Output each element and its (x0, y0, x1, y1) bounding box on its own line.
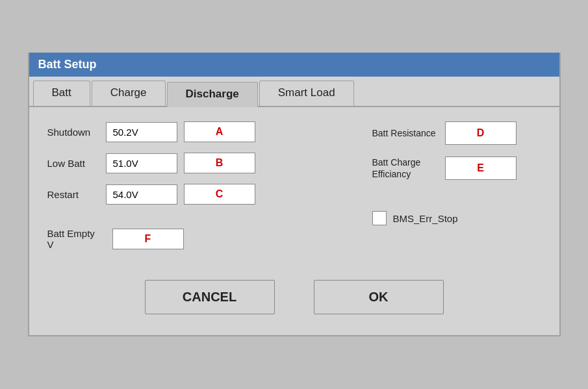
bms-err-stop-label: BMS_Err_Stop (393, 213, 458, 224)
batt-charge-eff-button[interactable]: E (445, 157, 517, 180)
shutdown-value: 50.2V (106, 122, 177, 142)
shutdown-row: Shutdown 50.2V A (47, 121, 333, 142)
batt-empty-label: Batt Empty V (47, 228, 99, 250)
tab-discharge[interactable]: Discharge (167, 82, 258, 107)
batt-resistance-label: Batt Resistance (372, 127, 437, 139)
lowbatt-button[interactable]: B (184, 153, 255, 173)
batt-charge-eff-row: Batt Charge Efficiancy E (372, 157, 541, 180)
batt-charge-eff-label: Batt Charge Efficiancy (372, 157, 437, 180)
ok-button[interactable]: OK (314, 280, 444, 314)
tab-batt[interactable]: Batt (33, 81, 90, 106)
lowbatt-row: Low Batt 51.0V B (47, 153, 333, 173)
batt-empty-row: Batt Empty V F (47, 228, 333, 250)
batt-resistance-row: Batt Resistance D (372, 121, 541, 145)
shutdown-button[interactable]: A (184, 121, 255, 142)
dialog-content: Shutdown 50.2V A Low Batt 51.0V B Restar… (29, 107, 559, 335)
lowbatt-value: 51.0V (106, 153, 177, 173)
restart-row: Restart 54.0V C (47, 184, 333, 205)
bms-err-stop-checkbox[interactable] (372, 211, 387, 225)
fields-area: Shutdown 50.2V A Low Batt 51.0V B Restar… (47, 121, 541, 260)
lowbatt-label: Low Batt (47, 158, 99, 169)
button-row: CANCEL OK (47, 280, 541, 321)
restart-label: Restart (47, 189, 99, 200)
batt-setup-dialog: Batt Setup Batt Charge Discharge Smart L… (28, 53, 561, 336)
left-column: Shutdown 50.2V A Low Batt 51.0V B Restar… (47, 121, 333, 260)
shutdown-label: Shutdown (47, 127, 99, 138)
tab-smart-load[interactable]: Smart Load (259, 81, 354, 106)
restart-button[interactable]: C (184, 184, 255, 205)
cancel-button[interactable]: CANCEL (145, 280, 275, 314)
batt-empty-button[interactable]: F (112, 229, 184, 249)
tab-bar: Batt Charge Discharge Smart Load (29, 77, 559, 107)
tab-charge[interactable]: Charge (92, 81, 166, 106)
dialog-title: Batt Setup (38, 58, 97, 71)
bms-err-stop-row: BMS_Err_Stop (372, 211, 541, 225)
dialog-title-bar: Batt Setup (29, 53, 559, 77)
restart-value: 54.0V (106, 184, 177, 205)
right-column: Batt Resistance D Batt Charge Efficiancy… (372, 121, 541, 260)
batt-resistance-button[interactable]: D (445, 121, 517, 145)
